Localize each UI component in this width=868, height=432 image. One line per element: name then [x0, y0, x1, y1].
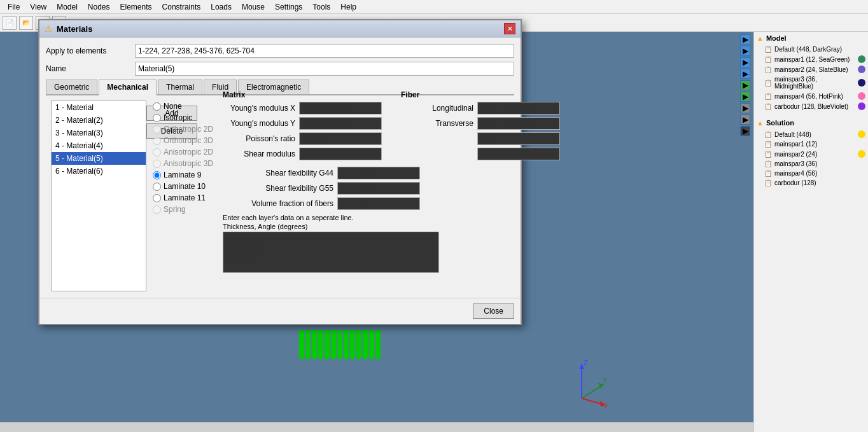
- matrix-header: Matrix: [223, 90, 382, 99]
- layer-info-line2: Thickness, Angle (degrees): [223, 223, 560, 230]
- shear-g44-input[interactable]: [337, 167, 420, 179]
- tab-thermal[interactable]: Thermal: [158, 80, 202, 94]
- radio-ortho3d-input[interactable]: [153, 137, 161, 145]
- name-input[interactable]: [135, 62, 514, 76]
- matrix-row-2: Poisson's ratio: [223, 132, 382, 145]
- mat-item-3[interactable]: 3 - Material(3): [52, 127, 146, 139]
- shared-rows: Shear flexibility G44 Shear flexibility …: [223, 167, 560, 210]
- mat-item-1[interactable]: 1 - Material: [52, 101, 146, 114]
- name-row: Name: [46, 62, 514, 76]
- shear-g44-row: Shear flexibility G44: [223, 167, 560, 179]
- fiber-row-0: Longitudinal: [401, 102, 560, 115]
- layer-info-line1: Enter each layer's data on a seperate li…: [223, 214, 560, 221]
- matrix-column: Matrix Young's modulus X Young's modulus…: [223, 90, 382, 163]
- fiber-input-1[interactable]: [477, 117, 560, 130]
- bottom-scrollbar[interactable]: [0, 422, 753, 432]
- shear-g55-label: Shear flexibility G55: [223, 184, 337, 193]
- matrix-input-2[interactable]: [299, 132, 382, 145]
- fiber-row-1: Transverse: [401, 117, 560, 130]
- matrix-input-1[interactable]: [299, 117, 382, 130]
- dialog-titlebar: ⚠ Materials ✕: [39, 20, 521, 38]
- matrix-input-0[interactable]: [299, 102, 382, 115]
- dialog-title-text: Materials: [57, 24, 92, 34]
- radio-ortho3d-label: Orthotropic 3D: [164, 136, 213, 145]
- dialog-buttons: Close: [39, 298, 521, 324]
- mat-item-4[interactable]: 4 - Material(4): [52, 139, 146, 152]
- shear-g55-row: Shear flexibility G55: [223, 182, 560, 195]
- radio-spring-label: Spring: [164, 205, 186, 214]
- radio-ortho2d-label: Orthotropic 2D: [164, 125, 213, 134]
- radio-none-input[interactable]: [153, 102, 161, 111]
- dialog-body: Apply to elements Name Geometric Mechani…: [39, 38, 521, 298]
- fiber-input-0[interactable]: [477, 102, 560, 115]
- mat-item-5[interactable]: 5 - Material(5): [52, 152, 146, 165]
- mat-item-6[interactable]: 6 - Material(6): [52, 165, 146, 178]
- fiber-row-3: [401, 148, 560, 160]
- dialog-overlay: ⚠ Materials ✕ Apply to elements Name Geo…: [0, 0, 868, 432]
- radio-lam11-input[interactable]: [153, 194, 161, 202]
- radio-none-label: None: [164, 102, 182, 111]
- radio-lam9-input[interactable]: [153, 171, 161, 179]
- radio-lam10-label: Laminate 10: [164, 182, 206, 191]
- fiber-row-2: [401, 132, 560, 145]
- dialog-title-icon: ⚠: [45, 24, 53, 34]
- fiber-label-trans: Transverse: [401, 119, 477, 128]
- layer-info: Enter each layer's data on a seperate li…: [223, 214, 560, 230]
- apply-row: Apply to elements: [46, 44, 514, 58]
- radio-lam11-label: Laminate 11: [164, 193, 206, 202]
- matrix-row-3: Shear modulus: [223, 148, 382, 160]
- fiber-label-long: Longitudinal: [401, 104, 477, 113]
- radio-lam9-label: Laminate 9: [164, 171, 201, 179]
- dialog-main-layout: 1 - Material 2 - Material(2) 3 - Materia…: [46, 101, 514, 291]
- tab-geometric[interactable]: Geometric: [46, 80, 97, 94]
- name-label: Name: [46, 64, 135, 73]
- matrix-label-2: Poisson's ratio: [223, 134, 299, 143]
- materials-dialog: ⚠ Materials ✕ Apply to elements Name Geo…: [38, 19, 522, 325]
- radio-spring-input[interactable]: [153, 206, 161, 214]
- vol-fraction-label: Volume fraction of fibers: [223, 199, 337, 208]
- radio-lam10-input[interactable]: [153, 183, 161, 191]
- apply-input[interactable]: [135, 44, 514, 58]
- dialog-left-panel: 1 - Material 2 - Material(2) 3 - Materia…: [46, 101, 148, 291]
- radio-ortho2d-input[interactable]: [153, 125, 161, 134]
- tab-mechanical[interactable]: Mechanical: [99, 80, 157, 95]
- mat-item-2[interactable]: 2 - Material(2): [52, 114, 146, 127]
- fiber-header: Fiber: [401, 90, 560, 99]
- matrix-input-3[interactable]: [299, 148, 382, 160]
- matrix-label-0: Young's modulus X: [223, 104, 299, 113]
- layer-data-textarea[interactable]: ████████ ████████ ████████: [223, 232, 439, 273]
- vol-fraction-row: Volume fraction of fibers: [223, 197, 560, 210]
- radio-aniso2d-label: Anisotropic 2D: [164, 148, 213, 157]
- shear-g44-label: Shear flexibility G44: [223, 169, 337, 178]
- matrix-label-1: Young's modulus Y: [223, 119, 299, 128]
- matrix-label-3: Shear modulus: [223, 150, 299, 158]
- radio-isotropic-label: Isotropic: [164, 113, 192, 122]
- close-button[interactable]: Close: [473, 303, 514, 319]
- matrix-row-0: Young's modulus X: [223, 102, 382, 115]
- dialog-right-panel: None Isotropic Orthotropic 2D Ortho: [148, 101, 565, 291]
- shear-g55-input[interactable]: [337, 182, 420, 195]
- material-list[interactable]: 1 - Material 2 - Material(2) 3 - Materia…: [51, 101, 146, 291]
- radio-aniso2d-input[interactable]: [153, 148, 161, 157]
- dialog-close-button[interactable]: ✕: [504, 23, 515, 34]
- vol-fraction-input[interactable]: [337, 197, 420, 210]
- fiber-input-3[interactable]: [477, 148, 560, 160]
- radio-aniso3d-label: Anisotropic 3D: [164, 159, 213, 168]
- fiber-column: Fiber Longitudinal Transverse: [401, 90, 560, 163]
- apply-label: Apply to elements: [46, 46, 135, 55]
- radio-aniso3d-input[interactable]: [153, 160, 161, 168]
- radio-isotropic-input[interactable]: [153, 114, 161, 122]
- fiber-input-2[interactable]: [477, 132, 560, 145]
- matrix-row-1: Young's modulus Y: [223, 117, 382, 130]
